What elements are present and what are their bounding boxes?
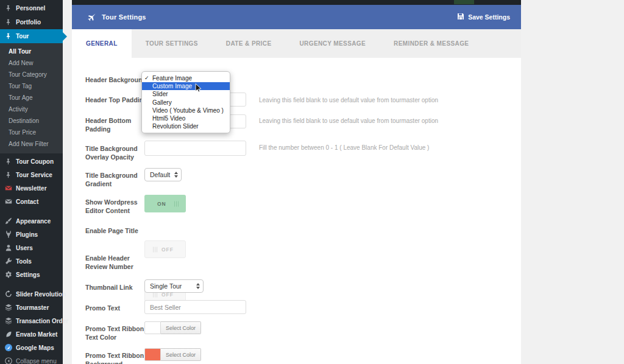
mail-icon: [4, 184, 12, 192]
save-settings-button[interactable]: Save Settings: [457, 13, 510, 21]
dropdown-option-custom-image[interactable]: Custom Image: [142, 82, 230, 90]
sidebar-subitem-tour-age[interactable]: Tour Age: [0, 92, 63, 103]
wrench-icon: [4, 257, 12, 265]
sidebar-item-plugins[interactable]: Plugins: [0, 228, 63, 241]
plug-icon: [4, 231, 12, 238]
header-background-label: Header Background: [85, 76, 147, 85]
ribbon-text-color-button[interactable]: Select Color: [161, 321, 201, 334]
sidebar-item-google-maps[interactable]: Google Maps: [0, 341, 63, 354]
enable-page-title-toggle[interactable]: OFF: [144, 240, 186, 258]
header-background-dropdown: Feature ImageCustom ImageSliderGalleryVi…: [141, 71, 230, 133]
show-wp-editor-label: Show Wordpress Editor Content: [85, 198, 147, 215]
sidebar-item-label: Collapse menu: [16, 358, 57, 364]
ribbon-background-label: Promo Text Ribbon Background: [85, 352, 147, 364]
select-arrows-icon: [174, 172, 178, 178]
top-dark-strip: [72, 0, 521, 5]
sidebar-subitem-tour-category[interactable]: Tour Category: [0, 69, 63, 80]
content-panel: Tour Settings Save Settings GENERAL TOUR…: [72, 0, 521, 364]
tour-submenu: All TourAdd NewTour CategoryTour TagTour…: [0, 43, 63, 153]
user-icon: [4, 244, 12, 251]
dropdown-option-slider[interactable]: Slider: [142, 90, 230, 98]
ribbon-text-color-swatch[interactable]: [144, 321, 161, 334]
sidebar-item-slider-revolution[interactable]: Slider Revolution: [0, 287, 63, 301]
sidebar-subitem-destination[interactable]: Destination: [0, 115, 63, 127]
sidebar-item-users[interactable]: Users: [0, 241, 63, 254]
sidebar-item-contact[interactable]: Contact: [0, 195, 63, 208]
header-top-padding-label: Header Top Padding: [85, 96, 147, 105]
pushpin-icon: [4, 158, 12, 165]
toggle-grip-icon: [153, 247, 158, 252]
sidebar-subitem-tour-tag[interactable]: Tour Tag: [0, 80, 63, 92]
refresh-icon: [4, 290, 12, 298]
title-bg-overlay-opacity-hint: Fill the number between 0 - 1 ( Leave Bl…: [259, 144, 429, 151]
airplane-icon: [88, 13, 96, 21]
general-settings-form: Header Background Header Top Padding Lea…: [72, 58, 521, 364]
sidebar-item-newsletter[interactable]: Newsletter: [0, 181, 63, 195]
sidebar-item-tourmaster[interactable]: Tourmaster: [0, 301, 63, 314]
sidebar-item-label: Envato Market: [16, 331, 57, 338]
save-settings-label: Save Settings: [468, 13, 510, 21]
title-bg-gradient-value: Default: [150, 171, 170, 178]
sidebar-item-label: Slider Revolution: [16, 291, 66, 298]
sidebar-item-tools[interactable]: Tools: [0, 254, 63, 268]
tab-tour-settings[interactable]: TOUR SETTINGS: [132, 29, 212, 58]
sidebar-subitem-all-tour[interactable]: All Tour: [0, 46, 63, 57]
thumbnail-link-select[interactable]: Single Tour: [144, 279, 204, 293]
sidebar-subitem-tour-price[interactable]: Tour Price: [0, 127, 63, 138]
dropdown-option-html5-video[interactable]: Html5 Video: [142, 114, 230, 122]
sidebar-item-label: Tour Coupon: [16, 158, 54, 165]
collapse-icon: [4, 357, 12, 364]
dropdown-option-feature-image[interactable]: Feature Image: [142, 74, 230, 82]
ribbon-text-color-label: Promo Text Ribbon Text Color: [85, 325, 147, 342]
sidebar-item-label: Tour: [16, 33, 29, 40]
mail-icon: [4, 198, 12, 205]
pushpin-icon: [4, 5, 12, 12]
dropdown-option-video-youtube-vimeo[interactable]: Video ( Youtube & Vimeo ): [142, 107, 230, 114]
tour-settings-header: Tour Settings Save Settings: [72, 5, 521, 29]
tab-reminder-message[interactable]: REMINDER & MESSAGE: [380, 29, 483, 58]
sidebar-item-transaction-order[interactable]: Transaction Order: [0, 314, 63, 327]
sidebar-item-tour[interactable]: Tour: [0, 29, 63, 43]
sidebar-item-label: Personnel: [16, 5, 45, 12]
tab-urgency-message[interactable]: URGENCY MESSAGE: [285, 29, 380, 58]
title-bg-gradient-select[interactable]: Default: [144, 168, 182, 181]
sidebar-subitem-add-new-filter[interactable]: Add New Filter: [0, 138, 63, 150]
toggle-grip-icon: [174, 201, 179, 206]
page-title: Tour Settings: [102, 13, 146, 21]
sidebar-item-label: Transaction Order: [16, 318, 68, 324]
ribbon-background-button[interactable]: Select Color: [161, 348, 201, 361]
sidebar-item-label: Tourmaster: [16, 304, 49, 311]
sidebar-item-label: Tour Service: [16, 172, 52, 178]
sidebar-subitem-activity[interactable]: Activity: [0, 103, 63, 115]
sidebar-item-appearance[interactable]: Appearance: [0, 214, 63, 228]
tab-date-price[interactable]: DATE & PRICE: [212, 29, 286, 58]
sidebar-item-collapse-menu[interactable]: Collapse menu: [0, 354, 63, 364]
enable-page-title-label: Enable Page Title: [85, 227, 147, 236]
sidebar-item-label: Settings: [16, 271, 40, 278]
ribbon-background-swatch[interactable]: [144, 348, 161, 361]
sidebar-item-label: Portfolio: [16, 19, 41, 26]
dropdown-option-revolution-slider[interactable]: Revolution Slider: [142, 122, 230, 130]
top-strip-accent: [454, 0, 474, 4]
sidebar-item-personnel[interactable]: Personnel: [0, 1, 63, 15]
sidebar-subitem-add-new[interactable]: Add New: [0, 57, 63, 69]
sidebar-item-portfolio[interactable]: Portfolio: [0, 15, 63, 29]
toggle-state-label: ON: [157, 201, 166, 207]
sidebar-item-label: Users: [16, 245, 33, 251]
enable-header-review-label: Enable Header Review Number: [85, 254, 147, 271]
map-icon: [4, 344, 12, 351]
sidebar-item-tour-coupon[interactable]: Tour Coupon: [0, 155, 63, 168]
dropdown-option-gallery[interactable]: Gallery: [142, 99, 230, 107]
sidebar-item-envato-market[interactable]: Envato Market: [0, 327, 63, 341]
title-bg-overlay-opacity-input[interactable]: [144, 141, 246, 156]
sidebar-item-label: Newsletter: [16, 185, 47, 192]
tab-general[interactable]: GENERAL: [72, 29, 132, 58]
pushpin-icon: [4, 19, 12, 26]
sidebar-item-label: Plugins: [16, 231, 38, 238]
show-wp-editor-toggle[interactable]: ON: [144, 195, 186, 212]
sidebar-item-label: Tools: [16, 258, 32, 265]
promo-text-input[interactable]: [144, 300, 246, 314]
sidebar-item-settings[interactable]: Settings: [0, 268, 63, 281]
pushpin-icon: [4, 33, 12, 40]
sidebar-item-tour-service[interactable]: Tour Service: [0, 168, 63, 181]
